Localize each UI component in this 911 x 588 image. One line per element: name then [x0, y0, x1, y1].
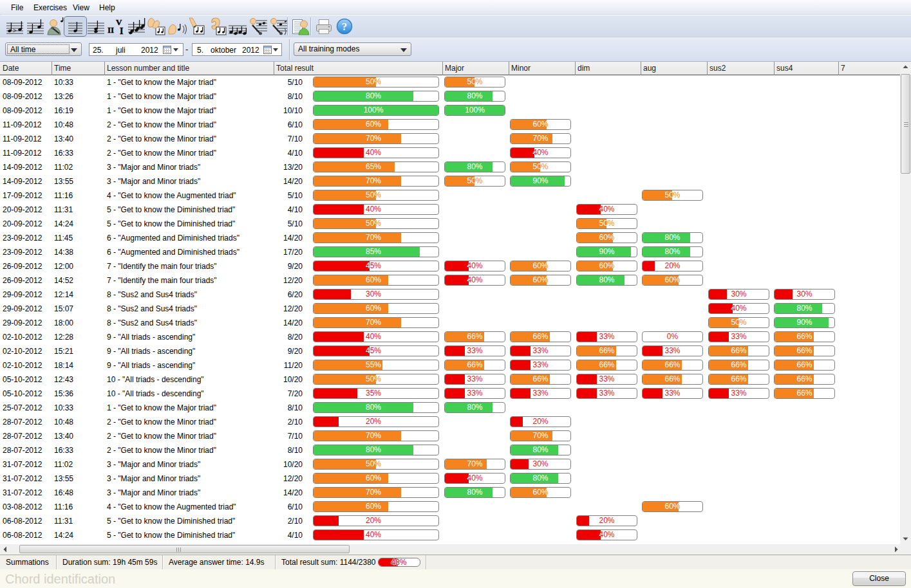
svg-text:II: II: [108, 25, 114, 35]
svg-text:V: V: [116, 17, 122, 27]
svg-text:I: I: [120, 26, 123, 36]
svg-text:>: >: [13, 27, 17, 34]
svg-text:?: ?: [342, 21, 348, 33]
